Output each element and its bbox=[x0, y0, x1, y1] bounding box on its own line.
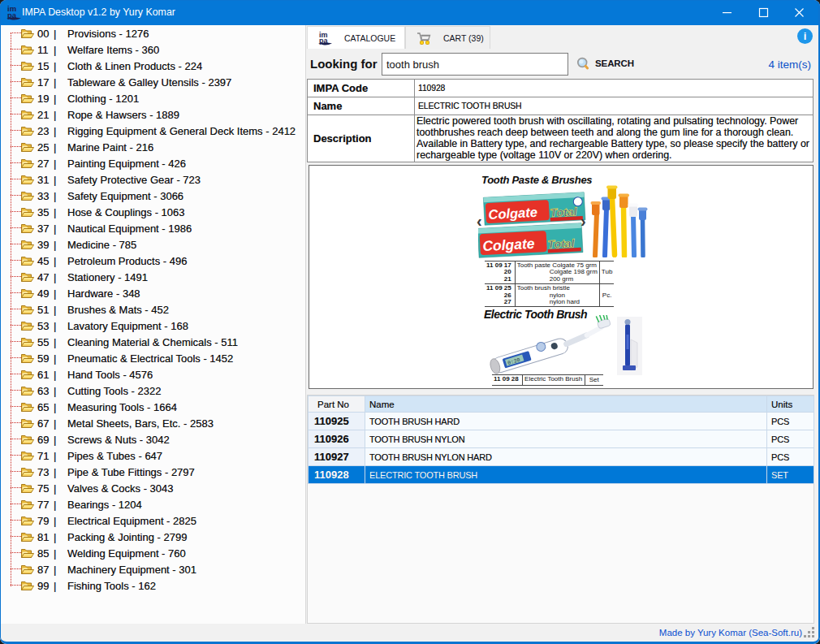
svg-text:Colgate: Colgate bbox=[482, 236, 535, 254]
svg-text:Colgate: Colgate bbox=[488, 205, 537, 222]
